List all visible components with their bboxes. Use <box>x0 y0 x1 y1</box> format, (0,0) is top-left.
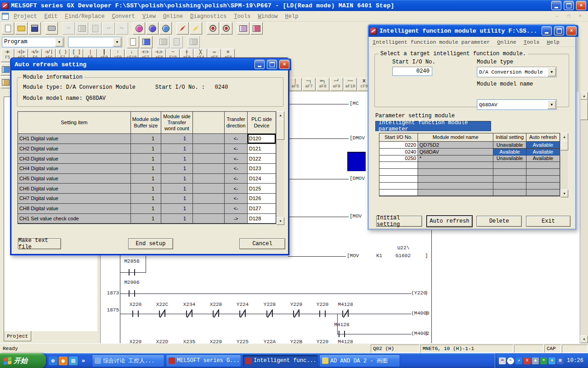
scrollbar-thumb[interactable] <box>580 100 588 120</box>
taskbar-button-3[interactable]: Intelligent func... <box>243 355 318 367</box>
label-program-button[interactable] <box>157 36 170 48</box>
auto-refresh-cell[interactable]: Available <box>526 149 560 155</box>
module-type-combo[interactable]: D/A Conversion Module ▼ <box>477 67 557 77</box>
plc-device-cell[interactable]: D125 <box>248 184 276 194</box>
menu-convert[interactable]: Convert <box>108 12 139 21</box>
initial-setting-cell[interactable]: Available <box>493 149 526 155</box>
chevron-down-icon[interactable]: ▼ <box>55 38 63 46</box>
utility-menu-online[interactable]: Online <box>493 38 520 46</box>
lan-status-icon[interactable]: ▦ <box>557 357 564 364</box>
model-name-combo[interactable]: Q68DAV ▼ <box>477 99 557 110</box>
device-comment-button[interactable] <box>170 36 183 48</box>
plc-device-cell[interactable]: D128 <box>248 214 276 224</box>
chevron-down-icon[interactable]: ▼ <box>113 38 121 46</box>
zoom-coil-button[interactable] <box>220 22 232 34</box>
initial-setting-cell[interactable] <box>493 183 526 190</box>
utility-menu-intelligent-function-module-parameter[interactable]: Intelligent function module parameter <box>369 38 493 46</box>
keyboard-icon[interactable]: ⌨ <box>499 357 506 364</box>
start-button[interactable]: 开始 <box>0 353 46 368</box>
menu-edit[interactable]: Edit <box>40 12 61 21</box>
initial-setting-cell[interactable]: Unavailable <box>493 142 526 149</box>
initial-setting-button[interactable]: Initial setting <box>376 216 422 227</box>
model-name-cell[interactable] <box>418 190 493 196</box>
taskbar-button-2[interactable]: MELSOFT series G... <box>166 355 241 367</box>
menu-tools[interactable]: Tools <box>230 12 254 21</box>
left-dock-button-1[interactable] <box>0 63 11 75</box>
start-io-cell[interactable] <box>379 176 418 183</box>
mdi-window-controls[interactable]: – ❐ × <box>555 13 584 19</box>
find-contact-button[interactable] <box>133 22 145 34</box>
undo-button[interactable]: ↩ <box>102 22 115 34</box>
model-name-cell[interactable] <box>418 162 493 169</box>
scroll-down-arrow[interactable]: ▼ <box>560 190 568 197</box>
start-io-cell[interactable]: 0250 <box>379 155 418 162</box>
scroll-up-arrow[interactable]: ▲ <box>580 92 588 100</box>
parameter-tab[interactable]: Intelligent function module parameter <box>375 121 491 131</box>
maximize-button[interactable] <box>267 60 277 69</box>
minimize-button[interactable] <box>254 60 265 69</box>
auto-refresh-cell[interactable] <box>526 169 560 176</box>
start-io-cell[interactable] <box>379 169 418 176</box>
zoom-device-button[interactable] <box>207 22 219 34</box>
copy-button[interactable] <box>76 22 88 34</box>
ladder-symbol-button-aF9[interactable]: ─┘aF9 <box>330 78 343 91</box>
taskbar-button-4[interactable]: AD AND DA 2 - 画图 <box>319 355 400 367</box>
model-name-cell[interactable]: * <box>418 155 493 162</box>
auto-refresh-cell[interactable]: Available <box>526 142 560 149</box>
restore-button[interactable] <box>564 1 574 10</box>
initial-setting-cell[interactable] <box>493 176 526 183</box>
scrollbar-thumb[interactable] <box>560 140 568 150</box>
ladder-vertical-scrollbar[interactable]: ▲ ▼ <box>580 92 588 343</box>
project-tab[interactable]: Project <box>4 331 31 341</box>
cancel-button[interactable]: Cancel <box>239 238 285 249</box>
make-text-file-button[interactable]: Make text file <box>18 238 61 249</box>
find-in-program-button[interactable] <box>127 36 139 48</box>
new-file-button[interactable] <box>2 22 14 34</box>
initial-setting-cell[interactable] <box>493 169 526 176</box>
auto-refresh-cell[interactable] <box>526 162 560 169</box>
exit-button[interactable]: Exit <box>526 216 571 227</box>
comment-display-button[interactable] <box>250 22 263 34</box>
left-dock-button-2[interactable] <box>0 76 11 88</box>
maximize-button[interactable] <box>554 26 564 35</box>
find-device-button[interactable] <box>146 22 158 34</box>
start-io-field[interactable]: 0240 <box>392 67 432 76</box>
save-button[interactable] <box>28 22 41 34</box>
cut-button[interactable]: ✂ <box>62 22 75 34</box>
table-scrollbar[interactable]: ▲ ▼ <box>276 111 284 224</box>
close-button[interactable]: × <box>576 1 586 10</box>
ladder-symbol-button-aF5[interactable]: │aF5 <box>288 78 302 91</box>
model-name-cell[interactable] <box>418 176 493 183</box>
utility-menu-help[interactable]: Help <box>543 38 563 46</box>
plc-device-cell[interactable]: D124 <box>248 174 276 184</box>
launcher-icon[interactable]: ▲ <box>532 357 539 364</box>
scroll-down-arrow[interactable]: ▼ <box>277 217 284 225</box>
media-player-icon[interactable]: ◉ <box>59 356 68 365</box>
plc-device-cell[interactable]: D120 <box>248 134 276 144</box>
menu-help[interactable]: Help <box>282 12 302 21</box>
security-alert-icon[interactable]: x <box>524 357 531 364</box>
plc-device-cell[interactable]: D121 <box>248 144 276 154</box>
menu-project[interactable]: Project <box>10 12 40 21</box>
settings-grid[interactable]: Setting itemModule side Buffer sizeModul… <box>17 111 277 224</box>
scroll-up-arrow[interactable]: ▲ <box>277 111 284 119</box>
find-string-button[interactable] <box>159 22 172 34</box>
paste-button[interactable] <box>89 22 102 34</box>
print-button[interactable] <box>45 22 58 34</box>
redo-button[interactable]: ↪ <box>116 22 128 34</box>
read-marker-button[interactable] <box>190 22 202 34</box>
minimize-button[interactable] <box>551 1 561 10</box>
initial-setting-cell[interactable]: Unavailable <box>493 155 526 162</box>
overflow-chevron-icon[interactable]: » <box>79 356 88 365</box>
auto-refresh-cell[interactable] <box>526 176 560 183</box>
scrollbar-thumb[interactable] <box>277 119 284 140</box>
collapse-chevron-icon[interactable]: < <box>507 357 514 364</box>
plc-device-cell[interactable]: D122 <box>248 154 276 164</box>
ladder-symbol-button-aF7[interactable]: ─┐aF7 <box>302 78 316 91</box>
antivirus-umbrella-icon[interactable]: ☂ <box>540 357 547 364</box>
minimize-button[interactable] <box>542 26 552 35</box>
model-name-cell[interactable] <box>418 169 493 176</box>
program-combo[interactable]: Program ▼ <box>2 37 64 47</box>
model-name-cell[interactable] <box>418 183 493 190</box>
menu-online[interactable]: Online <box>159 12 187 21</box>
